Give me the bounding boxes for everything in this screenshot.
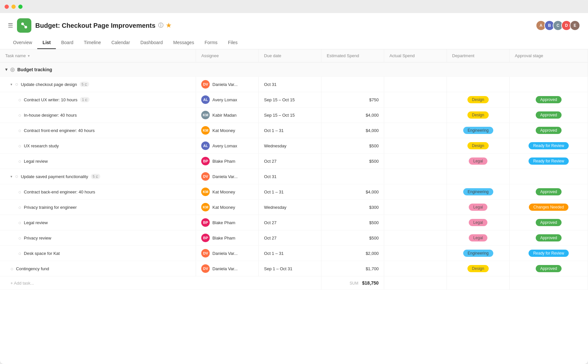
task-name-text[interactable]: Contract UX writer: 10 hours xyxy=(24,97,77,102)
task-name-cell: ○ Contingency fund xyxy=(0,261,196,276)
tab-list[interactable]: List xyxy=(37,37,56,49)
th-task-name-label: Task name xyxy=(5,53,26,58)
approval-badge: Approved xyxy=(536,111,562,119)
header-left: ☰ Budget: Checkout Page Improvements ⓘ ★ xyxy=(8,18,171,33)
department-badge: Legal xyxy=(469,234,487,241)
department-cell: Engineering xyxy=(447,184,510,200)
th-actual-spend[interactable]: Actual Spend xyxy=(384,49,447,62)
tab-board[interactable]: Board xyxy=(56,37,78,49)
task-name-text[interactable]: Contingency fund xyxy=(16,266,49,271)
hamburger-icon[interactable]: ☰ xyxy=(8,22,13,29)
info-icon[interactable]: ⓘ xyxy=(158,22,163,29)
tab-calendar[interactable]: Calendar xyxy=(106,37,135,49)
approval-badge: Approved xyxy=(536,219,562,226)
table-row: ○ In-house designer: 40 hours KM Kabir M… xyxy=(0,108,588,123)
task-name-text[interactable]: Contract back-end engineer: 40 hours xyxy=(24,190,95,194)
chevron-down-icon[interactable]: ▾ xyxy=(10,174,12,179)
department-badge: Legal xyxy=(469,204,487,211)
table-row: ○ Legal review BP Blake Pham Oct 27 $500… xyxy=(0,215,588,230)
check-icon: ○ xyxy=(18,158,21,164)
due-date-cell: Sep 15 – Oct 15 xyxy=(259,108,321,123)
estimated-spend-cell: $750 xyxy=(321,92,384,108)
tab-messages[interactable]: Messages xyxy=(168,37,199,49)
estimated-spend-cell: $4,000 xyxy=(321,123,384,138)
actual-spend-cell xyxy=(384,215,447,230)
task-name-cell: ○ Contract back-end engineer: 40 hours xyxy=(0,184,196,200)
actual-spend-cell xyxy=(384,154,447,169)
department-badge: Engineering xyxy=(463,127,493,134)
task-name-text[interactable]: In-house designer: 40 hours xyxy=(24,113,77,118)
table-row: ○ Privacy review BP Blake Pham Oct 27 $5… xyxy=(0,230,588,246)
department-badge: Engineering xyxy=(463,250,493,257)
tab-timeline[interactable]: Timeline xyxy=(79,37,106,49)
th-assignee[interactable]: Assignee xyxy=(196,49,259,62)
th-due-date[interactable]: Due date xyxy=(259,49,321,62)
tab-files[interactable]: Files xyxy=(223,37,243,49)
task-name-cell: ○ Privacy review xyxy=(0,230,196,246)
group-header-row: ▾ ○ Update saved payment functionality 5… xyxy=(0,169,588,184)
task-name-text[interactable]: Privacy training for engineer xyxy=(24,205,77,210)
maximize-button[interactable] xyxy=(18,5,23,9)
add-task-row[interactable]: + Add task... SUM $18,750 xyxy=(0,276,588,290)
avatar: E xyxy=(570,20,580,31)
check-icon: ○ xyxy=(18,143,21,149)
app-header: ☰ Budget: Checkout Page Improvements ⓘ ★… xyxy=(0,13,588,49)
estimated-spend-cell: $2,000 xyxy=(321,246,384,261)
estimated-spend-cell: $500 xyxy=(321,230,384,246)
table-row: ○ Contract UX writer: 10 hours 1⊏ AL Ave… xyxy=(0,92,588,108)
assignee-cell: KM Kat Mooney xyxy=(196,200,259,215)
section-circle-icon: ◎ xyxy=(10,66,15,73)
task-name-text[interactable]: Legal review xyxy=(24,159,48,164)
approval-cell: Changes Needed xyxy=(510,200,588,215)
check-icon: ○ xyxy=(18,220,21,225)
assignee-cell: AL Avery Lomax xyxy=(196,92,259,108)
th-approval-stage[interactable]: Approval stage xyxy=(510,49,588,62)
estimated-spend-cell: $4,000 xyxy=(321,108,384,123)
chevron-down-icon[interactable]: ▾ xyxy=(5,67,8,72)
department-cell: Design xyxy=(447,108,510,123)
estimated-spend-cell: $1,700 xyxy=(321,261,384,276)
approval-cell: Approved xyxy=(510,261,588,276)
tab-dashboard[interactable]: Dashboard xyxy=(135,37,168,49)
due-date-cell: Oct 27 xyxy=(259,154,321,169)
task-name-text[interactable]: Contract front-end engineer: 40 hours xyxy=(24,128,95,133)
group-header-row: ▾ ○ Update checkout page design 5 ⊏ DV D… xyxy=(0,77,588,92)
actual-spend-cell xyxy=(384,200,447,215)
minimize-button[interactable] xyxy=(11,5,16,9)
approval-cell: Approved xyxy=(510,92,588,108)
assignee-name: Blake Pham xyxy=(212,236,235,240)
task-name-text[interactable]: UX research study xyxy=(24,143,59,148)
star-icon[interactable]: ★ xyxy=(166,22,171,29)
assignee-cell: KM Kat Mooney xyxy=(196,184,259,200)
chevron-down-icon[interactable]: ▾ xyxy=(28,54,30,58)
add-task-button[interactable]: + Add task... xyxy=(0,276,321,290)
sum-label: SUM $18,750 xyxy=(321,276,384,290)
task-name-text[interactable]: Legal review xyxy=(24,220,48,225)
department-badge: Design xyxy=(467,111,489,119)
close-button[interactable] xyxy=(5,5,9,9)
task-name-cell: ○ Desk space for Kat xyxy=(0,246,196,261)
task-name-cell: ○ Contract front-end engineer: 40 hours xyxy=(0,123,196,138)
approval-badge: Approved xyxy=(536,188,562,195)
task-name-text[interactable]: Desk space for Kat xyxy=(24,251,60,256)
department-cell: Design xyxy=(447,92,510,108)
approval-cell: Approved xyxy=(510,184,588,200)
group-due-date: Oct 31 xyxy=(259,77,321,92)
chevron-down-icon[interactable]: ▾ xyxy=(10,82,12,87)
assignee-cell: DV Daniela Var... xyxy=(196,246,259,261)
task-name-text[interactable]: Privacy review xyxy=(24,236,51,240)
approval-badge: Approved xyxy=(536,96,562,103)
department-badge: Engineering xyxy=(463,188,493,195)
th-estimated-spend[interactable]: Estimated Spend xyxy=(321,49,384,62)
assignee-cell: BP Blake Pham xyxy=(196,215,259,230)
tab-forms[interactable]: Forms xyxy=(199,37,223,49)
table-row: ○ Contract back-end engineer: 40 hours K… xyxy=(0,184,588,200)
th-task-name[interactable]: Task name ▾ xyxy=(0,49,196,62)
th-department[interactable]: Department xyxy=(447,49,510,62)
nav-tabs: Overview List Board Timeline Calendar Da… xyxy=(8,37,580,49)
assignee-name: Kat Mooney xyxy=(212,205,235,210)
department-cell: Engineering xyxy=(447,246,510,261)
due-date-cell: Wednesday xyxy=(259,138,321,154)
tab-overview[interactable]: Overview xyxy=(8,37,37,49)
estimated-spend-cell: $500 xyxy=(321,138,384,154)
